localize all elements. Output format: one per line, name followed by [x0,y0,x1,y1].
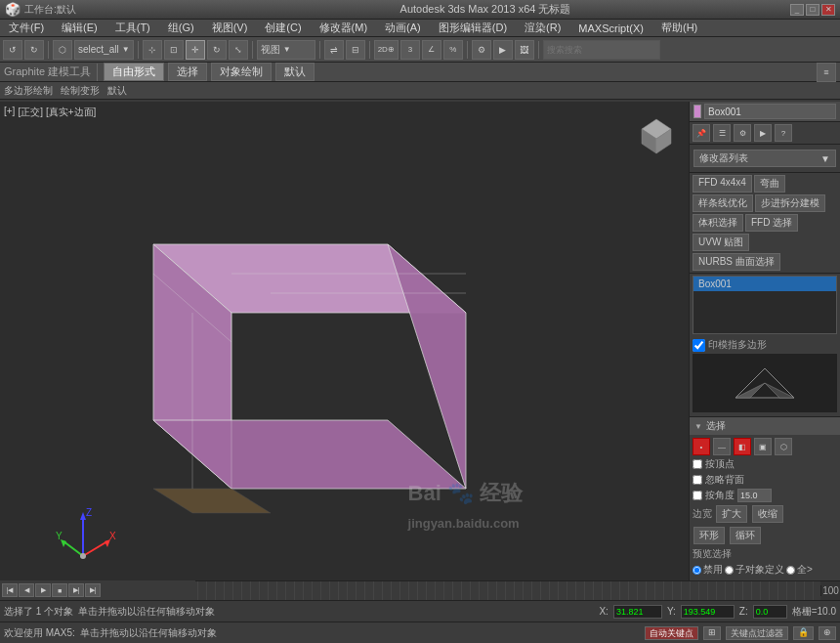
mod-icon-params[interactable]: ⚙ [734,124,751,142]
shrink-button[interactable]: 收缩 [752,505,783,523]
sub-item-deform[interactable]: 绘制变形 [61,84,100,98]
scale-button[interactable]: ⤡ [229,40,248,60]
panel-tab-uvw[interactable]: UVW 贴图 [693,234,749,251]
menu-tools[interactable]: 工具(T) [110,20,155,36]
next-frame-button[interactable]: ▶| [68,583,84,597]
percent-snap-button[interactable]: % [443,40,463,60]
sub-item-default[interactable]: 默认 [107,84,127,98]
mod-icon-help[interactable]: ? [775,124,792,142]
graphite-tab-default[interactable]: 默认 [275,63,315,81]
vp-mode[interactable]: [真实+边面] [46,106,96,119]
viewport-label[interactable]: [+] [正交] [真实+边面] [4,106,96,119]
vp-ortho[interactable]: [正交] [18,106,43,119]
panel-tab-ffd[interactable]: FFD 4x4x4 [693,175,752,193]
mod-icon-anim[interactable]: ▶ [754,124,772,142]
window-controls[interactable]: _ □ ✕ [790,4,835,16]
modifier-item[interactable]: Box001 [693,277,836,291]
viewport[interactable]: [+] [正交] [真实+边面] [0,102,689,602]
vp-plus[interactable]: [+] [4,106,15,119]
undo-button[interactable]: ↺ [3,40,22,60]
sel-all-radio[interactable] [786,566,795,575]
modifier-list-dropdown[interactable]: 修改器列表 ▼ [693,150,836,167]
menu-file[interactable]: 文件(F) [4,20,49,36]
angle-input[interactable] [737,489,772,502]
select-vertex-btn[interactable]: • [693,438,710,455]
loop-button[interactable]: 循环 [730,527,761,544]
mod-icon-list[interactable]: ☰ [713,124,731,142]
by-vertex-check[interactable] [693,459,702,469]
menu-graph-editor[interactable]: 图形编辑器(D) [434,20,512,36]
go-start-button[interactable]: |◀ [2,583,18,597]
align-button[interactable]: ⊟ [346,40,365,60]
menu-view[interactable]: 视图(V) [207,20,253,36]
go-end-button[interactable]: ▶| [85,583,101,597]
selection-filter-dropdown[interactable]: select_all ▼ [74,40,134,60]
sub-item-poly-draw[interactable]: 多边形绘制 [4,84,53,98]
y-coord-input[interactable] [681,605,735,619]
selection-lock-button[interactable]: 🔒 [793,626,814,640]
panel-tab-step[interactable]: 步进拆分建模 [755,194,825,212]
select-border-btn[interactable]: ▣ [754,438,772,455]
object-color-swatch[interactable] [693,105,701,118]
modifier-list[interactable]: Box001 [693,276,837,334]
angle-snap-button[interactable]: ∠ [422,40,441,60]
z-coord-input[interactable] [753,605,787,619]
close-button[interactable]: ✕ [821,4,835,16]
panel-tab-bend[interactable]: 弯曲 [754,175,785,193]
rotate-button[interactable]: ↻ [207,40,227,60]
auto-key-button[interactable]: 自动关键点 [645,626,698,640]
menu-modifiers[interactable]: 修改器(M) [315,20,373,36]
select-edge-btn[interactable]: — [713,438,731,455]
expand-button[interactable]: 扩大 [716,505,747,523]
minimize-button[interactable]: _ [790,4,804,16]
graphite-tab-select[interactable]: 选择 [168,63,207,81]
select-section-title[interactable]: ▼ 选择 [690,417,840,435]
redo-button[interactable]: ↻ [24,40,44,60]
graphite-tab-paint[interactable]: 对象绘制 [211,63,272,81]
render-button[interactable]: ▶ [493,40,513,60]
select-elem-btn[interactable]: ⬡ [775,438,792,455]
panel-tab-ffd2[interactable]: FFD 选择 [745,214,798,232]
set-key-button[interactable]: ⊞ [703,626,721,640]
timeline-end-btn[interactable]: 100 [820,585,840,596]
menu-group[interactable]: 组(G) [163,20,199,36]
sel-subobj-radio[interactable] [725,566,734,575]
menu-edit[interactable]: 编辑(E) [57,20,103,36]
key-filters-button[interactable]: 关键点过滤器 [726,626,788,640]
ring-button[interactable]: 环形 [693,527,725,544]
panel-tab-spline[interactable]: 样条线优化 [693,194,753,212]
maximize-button[interactable]: □ [806,4,819,16]
snap-2d-button[interactable]: 2D⊕ [374,40,399,60]
sel-disabled-radio[interactable] [693,566,701,575]
snap-3d-button[interactable]: 3 [400,40,420,60]
render-mode-dropdown[interactable]: 视图 ▼ [257,40,315,60]
move-button[interactable]: ✛ [186,40,205,60]
menu-create[interactable]: 创建(C) [260,20,306,36]
render-setup-button[interactable]: ⚙ [472,40,491,60]
menu-animation[interactable]: 动画(A) [380,20,426,36]
add-time-button[interactable]: ⊕ [819,626,836,640]
by-angle-check[interactable] [693,491,702,500]
menu-render[interactable]: 渲染(R) [520,20,566,36]
select-object-button[interactable]: ⬡ [53,40,72,60]
play-button[interactable]: ▶ [35,583,51,597]
x-coord-input[interactable] [613,605,662,619]
panel-tab-vol[interactable]: 体积选择 [693,214,743,232]
menu-maxscript[interactable]: MAXScript(X) [573,21,649,35]
select-region-button[interactable]: ⊡ [164,40,184,60]
mirror-button[interactable]: ⇌ [324,40,344,60]
stop-button[interactable]: ■ [52,583,67,597]
graphite-extra-btn[interactable]: ≡ [817,63,836,82]
select-button[interactable]: ⊹ [143,40,162,60]
mod-icon-pin[interactable]: 📌 [693,124,710,142]
panel-tab-nurbs[interactable]: NURBS 曲面选择 [693,253,780,271]
ignore-back-check[interactable] [693,475,702,485]
select-face-btn[interactable]: ◧ [734,438,751,455]
poly-preview-check[interactable] [693,339,705,352]
quick-render-button[interactable]: 🖼 [515,40,534,60]
search-input[interactable] [543,40,660,60]
menu-help[interactable]: 帮助(H) [656,20,702,36]
graphite-tab-freeform[interactable]: 自由形式 [104,63,164,81]
prev-frame-button[interactable]: ◀ [19,583,34,597]
object-name-input[interactable] [704,104,836,119]
